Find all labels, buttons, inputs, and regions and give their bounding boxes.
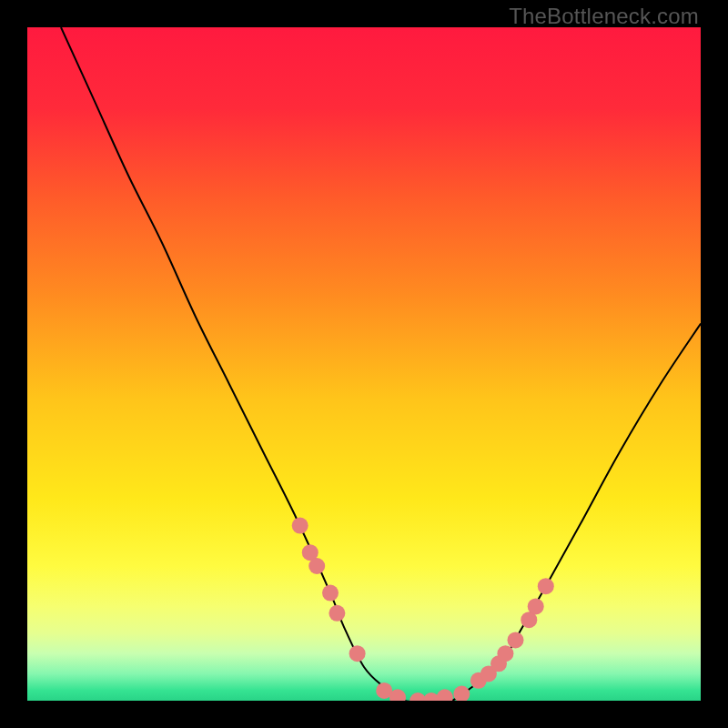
highlight-point — [322, 585, 339, 602]
highlight-point — [292, 518, 308, 534]
chart-frame: TheBottleneck.com — [0, 0, 728, 728]
highlight-point — [508, 632, 524, 648]
highlight-point — [329, 605, 345, 622]
highlight-points — [292, 518, 554, 701]
bottleneck-curve — [61, 27, 701, 701]
highlight-point — [528, 598, 544, 614]
watermark-text: TheBottleneck.com — [509, 4, 699, 29]
highlight-point — [308, 558, 325, 574]
plot-area — [27, 27, 701, 701]
highlight-point — [497, 645, 513, 662]
highlight-point — [453, 686, 470, 701]
highlight-point — [538, 578, 554, 594]
highlight-point — [437, 689, 453, 701]
highlight-point — [349, 645, 366, 662]
curve-layer — [27, 27, 701, 701]
